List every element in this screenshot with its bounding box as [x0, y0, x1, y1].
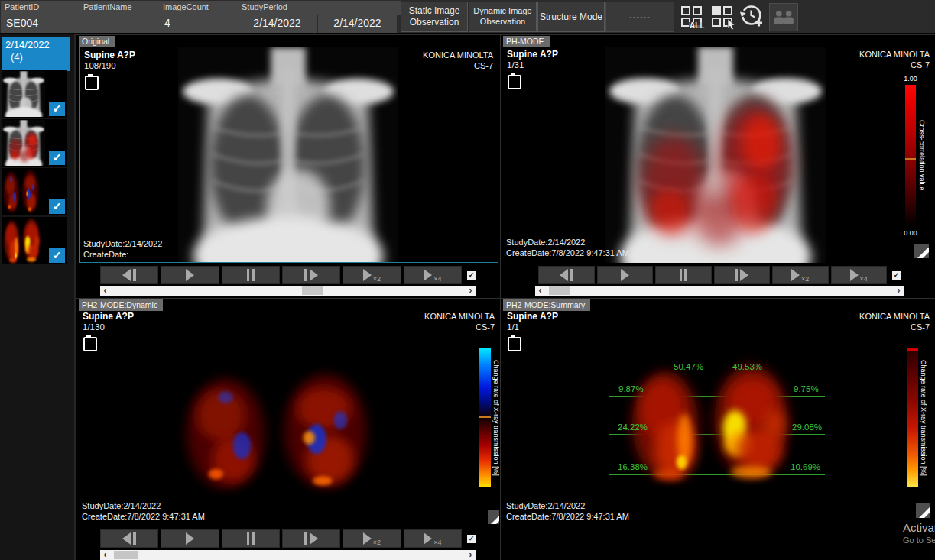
history-clock-plus-icon	[739, 4, 764, 29]
play-x2-button[interactable]: ×2	[343, 529, 401, 548]
date-info: StudyDate:2/14/2022 CreateDate:	[83, 238, 162, 260]
thumbnail-image-ph2-summary	[2, 218, 45, 264]
clipboard-icon[interactable]	[508, 337, 521, 351]
loop-checkbox[interactable]: ✓	[892, 271, 901, 280]
play-x4-button[interactable]: ×4	[404, 529, 462, 548]
region-percentage: 50.47%	[674, 362, 703, 371]
loop-checkbox[interactable]: ✓	[467, 271, 476, 280]
select-all-layout-button[interactable]: ALL	[677, 3, 705, 30]
frame-scrollbar[interactable]: ‹ ›	[100, 286, 476, 296]
step-forward-button[interactable]	[282, 266, 340, 284]
pause-button[interactable]	[222, 529, 280, 548]
scroll-right-arrow[interactable]: ›	[466, 286, 476, 296]
viewport-ph-mode[interactable]: PH-MODE Supine A?P 1/31 KONICA MINOLTA C…	[500, 34, 935, 299]
edit-annotation-icon[interactable]	[488, 510, 499, 524]
windows-activation-watermark: Activat Go to Se	[903, 521, 935, 545]
clipboard-icon[interactable]	[508, 75, 521, 89]
select-layout-button[interactable]	[708, 3, 735, 30]
frame-counter: 1/130	[83, 322, 105, 332]
patient-position-label: Supine A?P	[83, 311, 134, 322]
scrollbar-track[interactable]	[110, 286, 466, 296]
create-date-label: CreateDate:7/8/2022 9:47:31 AM	[82, 511, 205, 522]
viewport-tag-ph2-summary: PH2-MODE:Summary	[503, 299, 590, 311]
play-x4-button[interactable]: ×4	[404, 266, 462, 284]
colorbar-axis-label: Change rate of X-ray transmission [%]	[920, 348, 927, 487]
patient-info-bar: PatientID PatientName ImageCount StudyPe…	[0, 0, 935, 34]
study-period-header: StudyPeriod	[238, 1, 401, 15]
patient-comparison-button[interactable]	[769, 3, 798, 31]
clipboard-icon[interactable]	[83, 337, 97, 351]
step-back-button[interactable]	[538, 266, 595, 284]
scrollbar-thumb[interactable]	[549, 286, 570, 295]
study-period-to: 2/14/2022	[318, 15, 397, 33]
date-info: StudyDate:2/14/2022 CreateDate:7/8/2022 …	[506, 500, 629, 522]
viewport-original[interactable]: Original Supine A?P 108/190 KONICA MINOL…	[76, 34, 502, 299]
viewport-ph2-dynamic[interactable]: PH2-MODE:Dynamic Supine A?P 1/130 KONICA…	[76, 298, 502, 560]
series-checkbox[interactable]: ✓	[49, 151, 65, 165]
pause-button[interactable]	[655, 266, 712, 284]
step-back-button[interactable]	[100, 266, 158, 284]
clipboard-icon[interactable]	[85, 76, 99, 90]
threshold-marker[interactable]	[905, 158, 916, 160]
select-all-grid-icon: ALL	[681, 6, 702, 27]
image-view-ph2-summary[interactable]: 50.47% 49.53% 9.87% 9.75% 24.22% 29.08% …	[502, 309, 934, 526]
thumbnail-chest-xray-original[interactable]: ✓	[2, 70, 67, 118]
scroll-left-arrow[interactable]: ‹	[100, 550, 110, 560]
add-history-comparison-button[interactable]	[737, 3, 765, 30]
play-x2-button[interactable]: ×2	[772, 266, 829, 284]
static-image-observation-button[interactable]: Static Image Observation	[401, 2, 468, 32]
scrollbar-thumb[interactable]	[114, 551, 139, 559]
play-button[interactable]	[597, 266, 654, 284]
thumbnail-chest-xray-ph-mode[interactable]: ✓	[2, 119, 67, 167]
scrollbar-track[interactable]	[545, 286, 894, 296]
colorbar-max-label: 1.00	[899, 75, 922, 83]
play-button[interactable]	[161, 266, 219, 284]
edit-annotation-icon[interactable]	[914, 244, 929, 258]
scrollbar-thumb[interactable]	[302, 286, 323, 295]
scrollbar-track[interactable]	[110, 550, 466, 560]
play-x4-button[interactable]: ×4	[831, 266, 888, 284]
colorbar-cross-correlation[interactable]	[905, 85, 916, 226]
thumbnail-lung-ph2-summary[interactable]: ✓	[2, 217, 67, 264]
image-view-original[interactable]: Supine A?P 108/190 KONICA MINOLTA CS-7 S…	[79, 47, 498, 263]
colorbar-change-rate[interactable]	[907, 348, 918, 487]
image-view-ph2-dynamic[interactable]: Supine A?P 1/130 KONICA MINOLTA CS-7 Stu…	[78, 309, 499, 526]
step-back-button[interactable]	[100, 529, 158, 548]
group-date-label: 2/14/2022	[5, 39, 50, 50]
pause-button[interactable]	[222, 266, 280, 284]
thumbnail-image-original	[2, 71, 45, 117]
loop-checkbox[interactable]: ✓	[467, 535, 476, 543]
dynamic-image-observation-button[interactable]: Dynamic Image Observation	[469, 2, 537, 32]
series-checkbox[interactable]: ✓	[49, 102, 65, 116]
region-percentage: 10.69%	[791, 462, 820, 471]
structure-mode-button[interactable]: Structure Mode	[537, 2, 605, 32]
viewport-ph2-summary[interactable]: PH2-MODE:Summary 50.47% 49.53% 9.87% 9.7…	[500, 298, 935, 560]
frame-scrollbar[interactable]: ‹ ›	[535, 286, 904, 296]
scroll-left-arrow[interactable]: ‹	[100, 286, 110, 296]
play-button[interactable]	[161, 529, 219, 548]
step-forward-button[interactable]	[714, 266, 771, 284]
checkmark-icon: ✓	[53, 249, 62, 261]
series-checkbox[interactable]: ✓	[49, 248, 65, 263]
playback-controls: ×2 ×4 ✓	[100, 529, 476, 548]
frame-scrollbar[interactable]: ‹ ›	[100, 550, 476, 560]
colorbar-change-rate[interactable]	[479, 348, 491, 487]
play-x2-button[interactable]: ×2	[343, 266, 401, 284]
thumbnail-lung-ph2-dynamic[interactable]: ✓	[2, 168, 67, 215]
create-date-label: CreateDate:7/8/2022 9:47:31 AM	[506, 248, 629, 258]
study-date-group-header[interactable]: 2/14/2022 (4)	[2, 37, 70, 71]
patient-name-header: PatientName	[80, 1, 161, 15]
threshold-marker[interactable]	[479, 416, 491, 418]
series-checkbox[interactable]: ✓	[49, 199, 65, 214]
patient-position-label: Supine A?P	[507, 49, 558, 60]
viewport-tag-ph2-dynamic: PH2-MODE:Dynamic	[79, 299, 163, 311]
empty-mode-button[interactable]: ------	[605, 2, 674, 32]
image-view-ph-mode[interactable]: Supine A?P 1/31 KONICA MINOLTA CS-7 Stud…	[502, 47, 934, 263]
scroll-right-arrow[interactable]: ›	[894, 286, 904, 296]
checkmark-icon: ✓	[469, 271, 475, 279]
scroll-right-arrow[interactable]: ›	[466, 550, 476, 560]
step-forward-button[interactable]	[282, 529, 340, 548]
vendor-label: KONICA MINOLTA CS-7	[859, 311, 930, 332]
scroll-left-arrow[interactable]: ‹	[535, 286, 545, 296]
edit-annotation-icon[interactable]	[916, 503, 930, 518]
